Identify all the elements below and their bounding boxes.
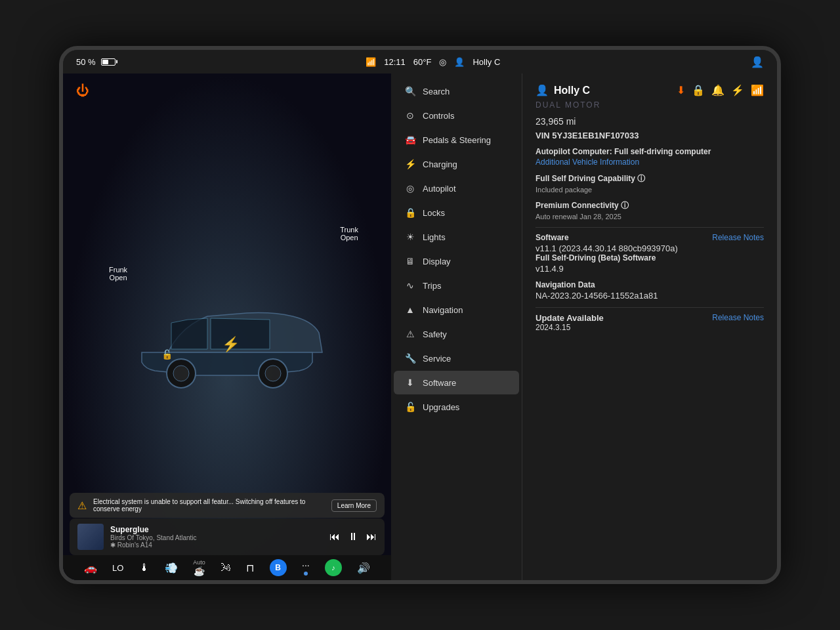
- vehicle-model: DUAL MOTOR: [536, 100, 764, 110]
- right-panel: 🔍 Search ⊙ Controls 🚘 Pedals & Steering …: [391, 74, 777, 580]
- fan-icon[interactable]: 💨: [165, 562, 178, 574]
- menu-sidebar: 🔍 Search ⊙ Controls 🚘 Pedals & Steering …: [391, 74, 522, 580]
- learn-more-button[interactable]: Learn More: [331, 499, 377, 512]
- menu-item-controls[interactable]: ⊙ Controls: [394, 104, 519, 127]
- connectivity-label: Premium Connectivity ⓘ: [536, 200, 764, 211]
- fsd-section: Full Self Driving Capability ⓘ Included …: [536, 173, 764, 194]
- menu-label-autopilot: Autopilot: [423, 184, 456, 194]
- charging-icon: ⚡: [404, 159, 416, 169]
- pedals-icon: 🚘: [404, 135, 416, 145]
- mileage: 23,965 mi: [536, 116, 764, 127]
- alert-text: Electrical system is unable to support a…: [93, 498, 325, 513]
- profile-name: 👤 Holly C: [536, 84, 590, 96]
- svg-point-1: [173, 366, 189, 381]
- next-button[interactable]: ⏭: [366, 531, 377, 543]
- navigation-icon: ▲: [404, 304, 416, 315]
- menu-item-search[interactable]: 🔍 Search: [394, 79, 519, 103]
- search-icon: 🔍: [404, 86, 416, 96]
- menu-label-search: Search: [423, 87, 450, 96]
- heat-icon[interactable]: 🌡: [139, 562, 150, 574]
- bluetooth-button[interactable]: B: [270, 559, 287, 576]
- main-content: ⏻ Frunk Open Trunk Open: [63, 74, 777, 580]
- menu-label-software: Software: [423, 378, 456, 388]
- vin: VIN 5YJ3E1EB1NF107033: [536, 131, 764, 140]
- trunk-label: Trunk Open: [340, 226, 358, 242]
- menu-label-safety: Safety: [423, 329, 447, 339]
- menu-item-trips[interactable]: ∿ Trips: [394, 274, 519, 297]
- menu-item-lights[interactable]: ☀ Lights: [394, 225, 519, 249]
- play-pause-button[interactable]: ⏸: [348, 531, 358, 543]
- menu-item-autopilot[interactable]: ◎ Autopilot: [394, 177, 519, 200]
- lights-icon: ☀: [404, 232, 416, 242]
- release-notes-link-1[interactable]: Release Notes: [712, 233, 764, 242]
- taskbar: 🚗 LO 🌡 💨 Auto ☕ 🌬 ⊓ B ··· ♪: [63, 555, 391, 580]
- menu-item-display[interactable]: 🖥 Display: [394, 249, 519, 273]
- update-section: Update Available 2024.3.15 Release Notes: [536, 313, 764, 332]
- gps-icon: ◎: [439, 57, 446, 67]
- spotify-button[interactable]: ♪: [325, 559, 342, 576]
- username: Holly C: [472, 57, 500, 67]
- additional-info-link[interactable]: Additional Vehicle Information: [536, 158, 764, 167]
- update-label: Update Available: [536, 313, 604, 323]
- software-icon: ⬇: [404, 377, 416, 388]
- fsd-beta-version: v11.4.9: [536, 264, 764, 274]
- menu-item-safety[interactable]: ⚠ Safety: [394, 322, 519, 346]
- car-area: ⏻ Frunk Open Trunk Open: [63, 74, 391, 580]
- alert-icon: ⚠: [77, 499, 87, 512]
- svg-point-3: [265, 366, 281, 381]
- menu-label-upgrades: Upgrades: [423, 402, 459, 412]
- fsd-beta-label: Full Self-Driving (Beta) Software: [536, 253, 764, 262]
- album-art: [77, 524, 104, 550]
- defrost-icon[interactable]: 🌬: [220, 562, 231, 574]
- auto-control[interactable]: Auto ☕: [193, 559, 205, 576]
- more-icon[interactable]: ···: [302, 560, 310, 570]
- software-version: v11.1 (2023.44.30.14 880cb993970a): [536, 243, 678, 253]
- power-icon[interactable]: ⏻: [76, 83, 89, 98]
- auto-label: Auto: [193, 559, 205, 566]
- music-player: Superglue Birds Of Tokyo, Stand Atlantic…: [70, 518, 385, 555]
- temp-label[interactable]: LO: [112, 563, 123, 573]
- service-icon: 🔧: [404, 353, 416, 364]
- battery-icon: [101, 58, 116, 66]
- download-icon: ⬇: [677, 84, 685, 96]
- menu-item-service[interactable]: 🔧 Service: [394, 346, 519, 370]
- nav-data-label: Navigation Data: [536, 280, 764, 289]
- menu-item-locks[interactable]: 🔒 Locks: [394, 201, 519, 224]
- rear-icon[interactable]: ⊓: [246, 562, 254, 574]
- bluetooth-header-icon: ⚡: [731, 84, 744, 96]
- signal-icon: 📶: [751, 84, 764, 96]
- menu-label-locks: Locks: [423, 208, 445, 218]
- bell-icon: 🔔: [711, 84, 724, 96]
- menu-item-navigation[interactable]: ▲ Navigation: [394, 298, 519, 322]
- upgrades-icon: 🔓: [404, 402, 416, 412]
- release-notes-link-2[interactable]: Release Notes: [712, 313, 764, 322]
- prev-button[interactable]: ⏮: [329, 531, 340, 543]
- profile-person-icon: 👤: [536, 84, 549, 96]
- status-bar: 50 % 📶 12:11 60°F ◎ 👤 Holly C 👤: [63, 50, 777, 74]
- song-artist: Birds Of Tokyo, Stand Atlantic: [110, 534, 323, 541]
- details-panel: 👤 Holly C ⬇ 🔒 🔔 ⚡ 📶 DUAL MOTOR 23,965 mi…: [522, 74, 777, 580]
- menu-label-service: Service: [423, 354, 451, 364]
- update-version: 2024.3.15: [536, 323, 604, 332]
- nav-data-version: NA-2023.20-14566-11552a1a81: [536, 291, 764, 301]
- menu-label-display: Display: [423, 257, 451, 266]
- bluetooth-icon: B: [275, 563, 281, 572]
- menu-label-navigation: Navigation: [423, 305, 463, 315]
- connectivity-section: Premium Connectivity ⓘ Auto renewal Jan …: [536, 200, 764, 220]
- menu-label-charging: Charging: [423, 159, 457, 169]
- menu-item-charging[interactable]: ⚡ Charging: [394, 152, 519, 176]
- battery-percent: 50 %: [76, 57, 96, 67]
- nav-data-section: Navigation Data NA-2023.20-14566-11552a1…: [536, 280, 764, 301]
- menu-item-upgrades[interactable]: 🔓 Upgrades: [394, 395, 519, 419]
- volume-icon[interactable]: 🔊: [357, 562, 370, 574]
- menu-label-trips: Trips: [423, 281, 441, 291]
- music-controls: ⏮ ⏸ ⏭: [329, 531, 377, 543]
- temperature-display: 60°F: [413, 57, 432, 67]
- menu-label-lights: Lights: [423, 232, 446, 242]
- car-taskbar-icon[interactable]: 🚗: [84, 562, 97, 574]
- controls-icon: ⊙: [404, 110, 416, 121]
- menu-item-pedals[interactable]: 🚘 Pedals & Steering: [394, 128, 519, 152]
- tablet-screen: 50 % 📶 12:11 60°F ◎ 👤 Holly C 👤 ⏻ Frunk …: [59, 46, 781, 584]
- software-section: Software v11.1 (2023.44.30.14 880cb99397…: [536, 233, 764, 253]
- menu-item-software[interactable]: ⬇ Software: [394, 371, 519, 394]
